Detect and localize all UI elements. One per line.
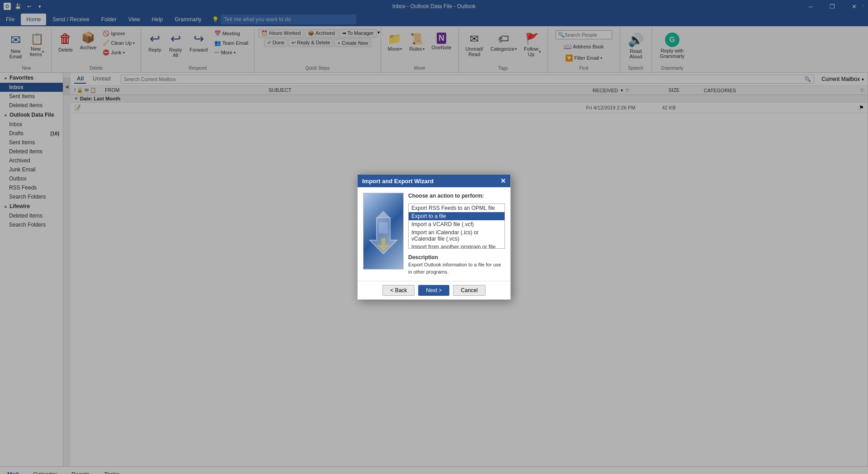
modal-right: Choose an action to perform: Export RSS …	[408, 193, 505, 275]
list-item-export-rss[interactable]: Export RSS Feeds to an OPML file	[409, 204, 505, 212]
modal-footer: < Back Next > Cancel	[358, 281, 510, 299]
modal-desc-text: Export Outlook information to a file for…	[408, 261, 505, 275]
modal-prompt: Choose an action to perform:	[408, 193, 505, 199]
cancel-btn-label: Cancel	[461, 287, 477, 294]
back-btn-label: < Back	[390, 287, 407, 294]
modal-action-list: Export RSS Feeds to an OPML file Export …	[408, 204, 505, 249]
modal-title: Import and Export Wizard	[362, 178, 434, 185]
next-btn-label: Next >	[426, 287, 442, 294]
back-btn[interactable]: < Back	[382, 285, 415, 296]
cancel-btn[interactable]: Cancel	[453, 285, 485, 296]
import-export-modal: Import and Export Wizard ✕ Choose an act…	[357, 174, 511, 300]
modal-image	[363, 193, 404, 270]
list-item-export-file[interactable]: Export to a file	[409, 212, 505, 220]
next-btn[interactable]: Next >	[418, 285, 449, 296]
list-item-import-ical[interactable]: Import an iCalendar (.ics) or vCalendar …	[409, 228, 505, 243]
list-item-import-program[interactable]: Import from another program or file	[409, 243, 505, 249]
modal-desc-label: Description	[408, 254, 505, 261]
modal-body: Choose an action to perform: Export RSS …	[358, 187, 510, 281]
svg-rect-2	[379, 222, 388, 233]
modal-description-section: Description Export Outlook information t…	[408, 254, 505, 275]
list-item-import-vcard[interactable]: Import a VCARD file (.vcf)	[409, 220, 505, 228]
modal-title-bar: Import and Export Wizard ✕	[358, 175, 510, 187]
modal-close-btn[interactable]: ✕	[500, 177, 506, 185]
modal-overlay: Import and Export Wizard ✕ Choose an act…	[0, 0, 868, 474]
svg-marker-1	[377, 211, 390, 218]
